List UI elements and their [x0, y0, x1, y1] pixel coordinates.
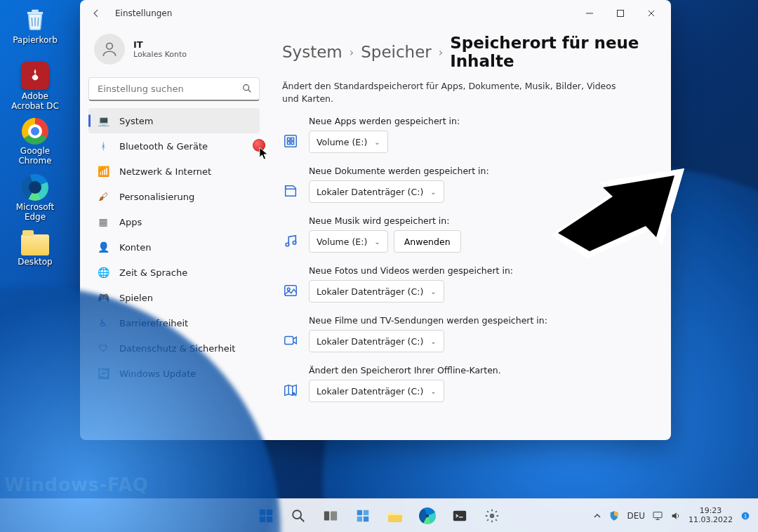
map-icon: [282, 382, 299, 399]
chevron-down-icon: ⌄: [430, 288, 436, 295]
nav-label: System: [119, 116, 153, 126]
video-icon: [282, 332, 299, 349]
apply-button[interactable]: Anwenden: [394, 230, 461, 253]
tray-chevron-icon[interactable]: [593, 512, 601, 520]
minimize-button[interactable]: [574, 2, 605, 25]
back-button[interactable]: [91, 8, 101, 18]
svg-point-1: [107, 43, 113, 49]
setting-label: Ändert den Speicherort Ihrer Offline-Kar…: [309, 365, 501, 375]
desktop-icon-recycle-bin[interactable]: Papierkorb: [7, 6, 63, 45]
terminal-button[interactable]: [446, 502, 474, 530]
nav-icon: 🖌: [97, 191, 109, 202]
svg-rect-6: [287, 142, 290, 145]
profile-block[interactable]: IT Lokales Konto: [88, 29, 260, 74]
nav-label: Bluetooth & Geräte: [119, 141, 208, 152]
nav-label: Netzwerk & Internet: [119, 166, 211, 177]
search-input[interactable]: [88, 77, 260, 101]
location-dropdown[interactable]: Volume (E:) ⌄: [309, 230, 388, 253]
dropdown-value: Lokaler Datenträger (C:): [317, 336, 423, 347]
search-box[interactable]: [88, 77, 260, 101]
location-dropdown[interactable]: Volume (E:) ⌄: [309, 131, 388, 153]
nav-item-netzwerk-internet[interactable]: 📶Netzwerk & Internet: [88, 159, 260, 184]
maximize-button[interactable]: [605, 2, 636, 25]
svg-point-26: [490, 513, 494, 517]
dropdown-value: Volume (E:): [317, 237, 367, 247]
setting-label: Neue Musik wird gespeichert in:: [309, 215, 461, 226]
nav-item-spielen[interactable]: 🎮Spielen: [88, 285, 260, 310]
svg-rect-20: [331, 511, 337, 520]
location-dropdown[interactable]: Lokaler Datenträger (C:) ⌄: [309, 380, 444, 402]
location-dropdown[interactable]: Lokaler Datenträger (C:) ⌄: [309, 330, 444, 352]
desktop-icon-chrome[interactable]: Google Chrome: [7, 118, 63, 166]
svg-rect-15: [267, 509, 272, 514]
close-button[interactable]: [636, 2, 667, 25]
desktop-icon-acrobat[interactable]: Adobe Acrobat DC: [7, 62, 63, 111]
svg-rect-17: [267, 516, 272, 521]
svg-rect-21: [357, 510, 362, 514]
language-indicator[interactable]: DEU: [627, 511, 645, 521]
tray-volume-icon[interactable]: [670, 510, 681, 521]
desktop-icon-edge[interactable]: Microsoft Edge: [7, 174, 63, 222]
taskbar-search-button[interactable]: [284, 502, 312, 530]
settings-taskbar-button[interactable]: [478, 502, 506, 530]
nav-icon: ♿: [97, 317, 109, 328]
nav-icon: 🛡: [97, 343, 109, 354]
chevron-down-icon: ⌄: [430, 338, 436, 345]
nav-item-barrierefreiheit[interactable]: ♿Barrierefreiheit: [88, 310, 260, 335]
svg-rect-0: [618, 11, 624, 17]
nav-item-konten[interactable]: 👤Konten: [88, 234, 260, 260]
chevron-down-icon: ⌄: [374, 138, 380, 146]
nav-label: Personalisierung: [119, 192, 194, 202]
explorer-button[interactable]: [381, 502, 409, 530]
tray-date: 11.03.2022: [689, 516, 733, 525]
tray-network-icon[interactable]: [652, 510, 663, 521]
start-button[interactable]: [252, 502, 280, 530]
svg-rect-23: [357, 516, 362, 521]
setting-label: Neue Apps werden gespeichert in:: [309, 116, 460, 126]
location-dropdown[interactable]: Lokaler Datenträger (C:) ⌄: [309, 280, 444, 302]
nav-item-personalisierung[interactable]: 🖌Personalisierung: [88, 184, 260, 209]
nav-item-apps[interactable]: ▦Apps: [88, 209, 260, 234]
breadcrumb-storage[interactable]: Speicher: [361, 43, 432, 61]
profile-subtitle: Lokales Konto: [133, 50, 187, 59]
location-dropdown[interactable]: Lokaler Datenträger (C:) ⌄: [309, 180, 444, 203]
notifications-button[interactable]: 1: [740, 510, 751, 521]
dropdown-value: Lokaler Datenträger (C:): [317, 286, 423, 297]
tray-security-icon[interactable]: [609, 510, 620, 521]
nav-item-bluetooth-ger-te[interactable]: ᚼBluetooth & Geräte: [88, 133, 260, 159]
avatar-icon: [94, 34, 125, 65]
svg-rect-24: [364, 516, 368, 521]
chevron-down-icon: ⌄: [374, 238, 380, 246]
nav-label: Barrierefreiheit: [119, 318, 188, 328]
page-description: Ändert den Standardspeicherort für Apps,…: [282, 80, 619, 105]
nav-label: Apps: [119, 217, 142, 227]
chevron-right-icon: ›: [439, 46, 443, 59]
tray-time: 19:23: [700, 507, 722, 516]
nav-icon: 🎮: [97, 292, 109, 303]
apps-icon: [282, 133, 299, 149]
clock[interactable]: 19:23 11.03.2022: [689, 507, 733, 524]
nav-item-datenschutz-sicherheit[interactable]: 🛡Datenschutz & Sicherheit: [88, 335, 260, 361]
svg-rect-12: [285, 337, 293, 345]
edge-icon: [22, 174, 48, 201]
storage-setting-row: Neue Fotos und Videos werden gespeichert…: [282, 265, 653, 302]
svg-point-2: [244, 85, 249, 91]
folder-icon: [21, 234, 49, 255]
desktop-icon-folder[interactable]: Desktop: [7, 230, 63, 267]
storage-setting-row: Neue Apps werden gespeichert in: Volume …: [282, 116, 653, 153]
setting-label: Neue Filme und TV-Sendungen werden gespe…: [309, 315, 547, 326]
nav-item-windows-update[interactable]: 🔄Windows Update: [88, 361, 260, 386]
breadcrumb-current: Speicherort für neue Inhalte: [450, 34, 653, 70]
recycle-bin-icon: [21, 6, 49, 34]
widgets-button[interactable]: [349, 502, 377, 530]
edge-taskbar-button[interactable]: [413, 502, 441, 530]
storage-setting-row: Ändert den Speicherort Ihrer Offline-Kar…: [282, 365, 653, 402]
nav-icon: 🔄: [97, 368, 109, 379]
chevron-right-icon: ›: [350, 46, 354, 59]
svg-point-13: [293, 392, 295, 395]
nav-item-zeit-sprache[interactable]: 🌐Zeit & Sprache: [88, 260, 260, 285]
nav-item-system[interactable]: 💻System: [88, 108, 260, 133]
setting-label: Neue Fotos und Videos werden gespeichert…: [309, 265, 513, 276]
breadcrumb-system[interactable]: System: [282, 43, 343, 61]
task-view-button[interactable]: [317, 502, 345, 530]
